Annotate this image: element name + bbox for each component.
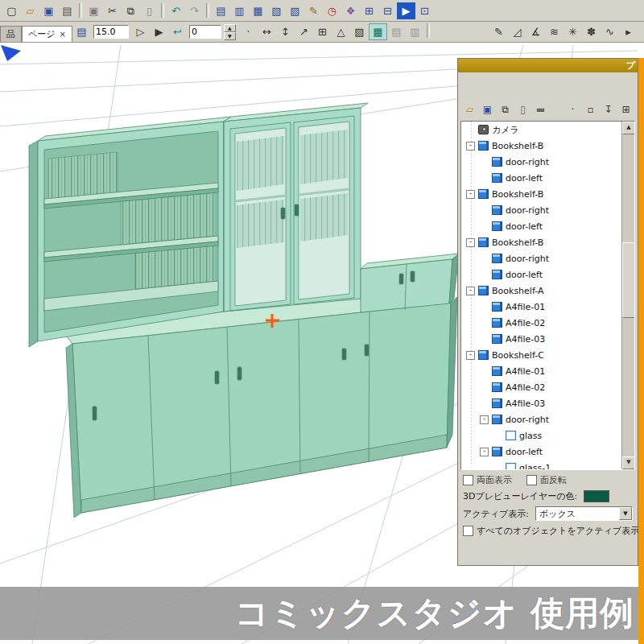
- collapse-box-icon[interactable]: -: [466, 190, 475, 199]
- tree-item-Bookshelf-B[interactable]: -Bookshelf-B: [461, 138, 621, 154]
- checker-icon[interactable]: ▨: [350, 23, 369, 40]
- panel-navigator-icon[interactable]: ▧: [267, 2, 286, 19]
- perspective-icon[interactable]: △: [332, 23, 350, 40]
- scroll-down-icon[interactable]: ▼: [622, 456, 635, 469]
- grid-icon[interactable]: ⊞: [617, 101, 634, 118]
- collapse-box-icon[interactable]: -: [466, 142, 475, 151]
- snap-a-icon[interactable]: ▤: [387, 23, 406, 40]
- tree-item-door-left[interactable]: door-left: [461, 170, 621, 186]
- grid-small-icon[interactable]: ⊞: [360, 2, 378, 19]
- jump-page-icon[interactable]: ▶: [150, 23, 168, 40]
- face-flip-checkbox[interactable]: [526, 475, 537, 485]
- tree-item-door-right[interactable]: door-right: [461, 250, 621, 266]
- return-arrow-icon[interactable]: ↩: [168, 23, 187, 40]
- grid-cross-icon[interactable]: ⊞: [313, 23, 332, 40]
- open-folder-icon[interactable]: ▱: [21, 2, 39, 19]
- preview-color-swatch[interactable]: [584, 490, 609, 502]
- wave-icon[interactable]: ∿: [601, 23, 619, 40]
- bookshelf-model[interactable]: [29, 103, 459, 518]
- scale-vertical-icon[interactable]: ↕: [276, 23, 295, 40]
- tree-item-Bookshelf-A[interactable]: -Bookshelf-A: [461, 283, 621, 299]
- page-number-input[interactable]: [189, 25, 221, 39]
- tree-item-Bookshelf-B[interactable]: -Bookshelf-B: [461, 186, 621, 202]
- copy-icon[interactable]: ⧉: [497, 101, 514, 118]
- tree-item-A4file-02[interactable]: A4file-02: [461, 315, 621, 331]
- new-page-icon[interactable]: ▢: [2, 2, 21, 19]
- page-view-icon[interactable]: ▤: [72, 23, 91, 40]
- dropdown-arrow-icon[interactable]: ▼: [619, 507, 632, 520]
- next-page-icon[interactable]: ▷: [131, 23, 150, 40]
- import-icon[interactable]: ↧: [600, 101, 617, 118]
- more-icon[interactable]: ▸: [619, 23, 638, 40]
- tree-item-Bookshelf-B[interactable]: -Bookshelf-B: [461, 234, 621, 250]
- page-number-stepper[interactable]: ▲ ▼: [224, 24, 236, 40]
- panel-tools-icon[interactable]: ▦: [249, 2, 267, 19]
- scroll-up-icon[interactable]: ▲: [622, 122, 635, 134]
- zoom-input[interactable]: [93, 25, 129, 39]
- active-display-dropdown[interactable]: ボックス ▼: [535, 506, 633, 521]
- panel-title-bar[interactable]: プ: [458, 59, 638, 72]
- save-floppy-icon[interactable]: ▣: [39, 2, 58, 19]
- tree-item-door-right[interactable]: -door-right: [461, 411, 621, 427]
- grid-large-icon[interactable]: ⊟: [378, 2, 397, 19]
- tree-item-A4file-03[interactable]: A4file-03: [461, 395, 621, 411]
- pen-tool-icon[interactable]: ✎: [304, 2, 323, 19]
- tab-close-icon[interactable]: ×: [60, 27, 66, 42]
- open-folder-icon[interactable]: ▱: [461, 101, 478, 118]
- flower-icon[interactable]: ✽: [582, 23, 601, 40]
- tab-page[interactable]: ページ ×: [22, 26, 72, 42]
- export-icon[interactable]: ▣: [85, 2, 103, 19]
- save-icon[interactable]: ▣: [479, 101, 496, 118]
- tree-item-glass-1[interactable]: glass-1: [461, 460, 621, 470]
- tree-item-door-left[interactable]: door-left: [461, 218, 621, 234]
- dot-icon[interactable]: ·: [564, 101, 581, 118]
- tree-item-door-left[interactable]: door-left: [461, 266, 621, 283]
- collapse-box-icon[interactable]: -: [466, 351, 475, 360]
- delete-icon[interactable]: ▬: [532, 101, 549, 118]
- tree-item-door-right[interactable]: door-right: [461, 154, 621, 170]
- copy-icon[interactable]: ⧉: [122, 2, 140, 19]
- snap-b-icon[interactable]: ▥: [406, 23, 424, 40]
- paste-icon[interactable]: ▯: [140, 2, 159, 19]
- cut-icon[interactable]: ✂: [103, 2, 122, 19]
- materials-icon[interactable]: ❖: [341, 2, 360, 19]
- angle-icon[interactable]: ∡: [526, 23, 545, 40]
- collapse-box-icon[interactable]: -: [466, 238, 475, 247]
- tree-scrollbar[interactable]: ▲ ▼: [621, 122, 634, 469]
- tree-item-A4file-01[interactable]: A4file-01: [461, 299, 621, 315]
- panel-extra-icon[interactable]: ⊡: [415, 2, 434, 19]
- double-sided-checkbox[interactable]: [463, 475, 473, 485]
- spinner-down-icon[interactable]: ▼: [224, 32, 236, 40]
- play-icon[interactable]: ▶: [397, 2, 415, 19]
- burst-icon[interactable]: ✳: [564, 23, 582, 40]
- hatch-icon[interactable]: ≋: [545, 23, 564, 40]
- object-tree[interactable]: カメラ-Bookshelf-Bdoor-rightdoor-left-Books…: [460, 121, 635, 470]
- redo-icon[interactable]: ↷: [185, 2, 204, 19]
- undo-icon[interactable]: ↶: [167, 2, 185, 19]
- tree-item-A4file-01[interactable]: A4file-01: [461, 363, 621, 379]
- tree-item-glass[interactable]: glass: [461, 427, 621, 444]
- box-icon[interactable]: ▫: [582, 101, 599, 118]
- tree-item-door-left[interactable]: -door-left: [461, 444, 621, 460]
- tree-item-A4file-03[interactable]: A4file-03: [461, 331, 621, 347]
- move-diagonal-icon[interactable]: ↗: [295, 23, 313, 40]
- tree-item-A4file-02[interactable]: A4file-02: [461, 379, 621, 395]
- spinner-up-icon[interactable]: ▲: [224, 24, 236, 32]
- timer-icon[interactable]: ◷: [323, 2, 341, 19]
- collapse-box-icon[interactable]: -: [480, 415, 489, 424]
- tree-item-Bookshelf-C[interactable]: -Bookshelf-C: [461, 347, 621, 363]
- tree-item-door-right[interactable]: door-right: [461, 202, 621, 218]
- collapse-box-icon[interactable]: -: [466, 287, 475, 295]
- panel-history-icon[interactable]: ▨: [286, 2, 304, 19]
- draw-pen-icon[interactable]: ✎: [489, 23, 508, 40]
- snap-grid-icon[interactable]: ▦: [369, 23, 387, 40]
- show-all-checkbox[interactable]: [463, 526, 473, 536]
- panel-pages-icon[interactable]: ▤: [212, 2, 230, 19]
- scroll-thumb[interactable]: [622, 242, 635, 318]
- paste-icon[interactable]: ▯: [514, 101, 531, 118]
- tree-item-カメラ[interactable]: カメラ: [461, 122, 621, 138]
- dot-marker-icon[interactable]: ·: [239, 23, 258, 40]
- panel-layers-icon[interactable]: ▥: [230, 2, 249, 19]
- scale-horizontal-icon[interactable]: ↔: [258, 23, 276, 40]
- tab-works[interactable]: 品: [0, 26, 22, 42]
